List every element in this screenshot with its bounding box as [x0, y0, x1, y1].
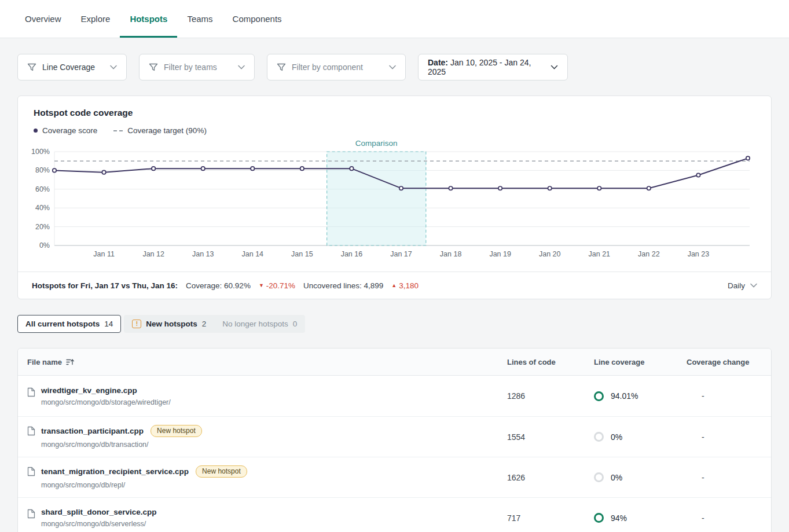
- coverage-change: -: [687, 473, 771, 482]
- legend-coverage-score: Coverage score: [34, 126, 97, 135]
- legend-coverage-target: Coverage target (90%): [113, 126, 207, 135]
- table-row[interactable]: shard_split_donor_service.cpp mongo/src/…: [18, 497, 771, 532]
- table-row[interactable]: transaction_participant.cpp New hotspot …: [18, 416, 771, 457]
- coverage-ring-icon: [594, 472, 604, 482]
- funnel-icon: [277, 63, 286, 72]
- svg-text:Comparison: Comparison: [355, 139, 398, 148]
- coverage-chart-card: Hotspot code coverage Coverage score Cov…: [17, 96, 772, 299]
- svg-text:Jan 16: Jan 16: [341, 250, 363, 258]
- table-row[interactable]: wiredtiger_kv_engine.cpp mongo/src/mongo…: [18, 376, 771, 416]
- series-dot-icon: [34, 129, 38, 133]
- column-coverage-change: Coverage change: [687, 358, 771, 366]
- lines-of-code: 1626: [507, 473, 594, 482]
- chip-all-current-hotspots[interactable]: All current hotspots 14: [17, 315, 121, 333]
- chevron-down-icon: [551, 65, 558, 69]
- svg-text:Jan 15: Jan 15: [291, 250, 313, 258]
- lines-of-code: 1554: [507, 432, 594, 442]
- chip-all-label: All current hotspots: [25, 320, 100, 328]
- teams-filter-dropdown[interactable]: Filter by teams: [139, 54, 255, 80]
- chip-gone-count: 0: [293, 320, 298, 328]
- chip-new-hotspots[interactable]: ! New hotspots 2: [124, 315, 214, 333]
- file-icon: [27, 387, 35, 397]
- file-path: mongo/src/mongo/db/transaction/: [41, 441, 202, 449]
- line-coverage-cell: 94%: [594, 513, 687, 523]
- legend-coverage-score-label: Coverage score: [42, 126, 97, 135]
- coverage-value: 0%: [611, 473, 622, 482]
- chip-all-count: 14: [104, 320, 113, 328]
- svg-text:Jan 21: Jan 21: [589, 250, 611, 258]
- coverage-change: -: [687, 391, 771, 401]
- sort-ascending-icon: [66, 358, 74, 366]
- svg-text:Jan 23: Jan 23: [688, 250, 710, 258]
- chevron-down-icon: [110, 65, 117, 69]
- column-file-name[interactable]: File name: [18, 358, 507, 366]
- hotspot-filter-tabs: All current hotspots 14 ! New hotspots 2…: [17, 315, 772, 333]
- file-cell: transaction_participant.cpp New hotspot …: [18, 425, 507, 449]
- tab-teams[interactable]: Teams: [177, 0, 222, 38]
- coverage-ring-icon: [594, 513, 604, 523]
- chip-new-label: New hotspots: [146, 320, 197, 328]
- file-name[interactable]: transaction_participant.cpp: [41, 427, 144, 435]
- file-cell: tenant_migration_recipient_service.cpp N…: [18, 465, 507, 490]
- top-nav: Overview Explore Hotspots Teams Componen…: [0, 0, 789, 38]
- file-name[interactable]: shard_split_donor_service.cpp: [41, 508, 157, 516]
- component-filter-dropdown[interactable]: Filter by component: [267, 54, 406, 80]
- svg-text:Jan 14: Jan 14: [242, 250, 264, 258]
- file-path: mongo/src/mongo/db/repl/: [41, 481, 247, 489]
- svg-text:80%: 80%: [35, 166, 50, 174]
- new-hotspot-badge: New hotspot: [196, 465, 247, 478]
- chevron-down-icon: [389, 65, 396, 69]
- line-coverage-cell: 0%: [594, 432, 687, 442]
- svg-text:Jan 12: Jan 12: [142, 250, 164, 258]
- coverage-value: 94.01%: [611, 391, 638, 401]
- date-range-dropdown[interactable]: Date:Jan 10, 2025 - Jan 24, 2025: [418, 54, 568, 80]
- file-icon: [27, 426, 35, 436]
- new-hotspot-badge: New hotspot: [151, 425, 202, 438]
- tab-components[interactable]: Components: [223, 0, 292, 38]
- file-name[interactable]: wiredtiger_kv_engine.cpp: [41, 386, 137, 395]
- tab-explore[interactable]: Explore: [71, 0, 120, 38]
- date-prefix: Date:: [428, 58, 448, 67]
- file-path: mongo/src/mongo/db/serverless/: [41, 520, 157, 528]
- coverage-chart: 0%20%40%60%80%100%ComparisonJan 11Jan 12…: [27, 138, 762, 265]
- svg-text:40%: 40%: [35, 204, 50, 212]
- svg-text:Jan 19: Jan 19: [489, 250, 511, 258]
- svg-text:Jan 20: Jan 20: [539, 250, 561, 258]
- metric-filter-dropdown[interactable]: Line Coverage: [17, 54, 127, 80]
- chip-new-count: 2: [202, 320, 207, 328]
- file-cell: wiredtiger_kv_engine.cpp mongo/src/mongo…: [18, 386, 507, 406]
- table-header: File name Lines of code Line coverage Co…: [18, 348, 771, 376]
- teams-filter-label: Filter by teams: [164, 63, 232, 72]
- legend-coverage-target-label: Coverage target (90%): [127, 126, 207, 135]
- svg-text:Jan 11: Jan 11: [93, 250, 115, 258]
- tab-hotspots[interactable]: Hotspots: [120, 0, 177, 38]
- chart-legend: Coverage score Coverage target (90%): [34, 126, 771, 135]
- coverage-change: -: [687, 432, 771, 442]
- granularity-dropdown[interactable]: Daily: [728, 281, 757, 290]
- coverage-ring-icon: [594, 432, 604, 442]
- component-filter-label: Filter by component: [292, 63, 383, 72]
- coverage-ring-icon: [594, 391, 604, 401]
- svg-text:Jan 17: Jan 17: [390, 250, 412, 258]
- tab-overview[interactable]: Overview: [15, 0, 71, 38]
- svg-text:Jan 22: Jan 22: [638, 250, 660, 258]
- summary-coverage-delta: ▼-20.71%: [259, 281, 295, 290]
- dashed-line-icon: [113, 130, 123, 131]
- new-hotspot-alert-icon: !: [132, 320, 141, 328]
- chip-gone-label: No longer hotspots: [222, 320, 288, 328]
- coverage-change: -: [687, 513, 771, 523]
- table-row[interactable]: tenant_migration_recipient_service.cpp N…: [18, 457, 771, 497]
- summary-uncovered: Uncovered lines: 4,899: [303, 281, 383, 290]
- funnel-icon: [149, 63, 158, 72]
- coverage-value: 0%: [611, 432, 622, 442]
- coverage-value: 94%: [611, 513, 627, 523]
- chart-title: Hotspot code coverage: [18, 108, 771, 118]
- chevron-down-icon: [750, 283, 757, 288]
- chip-group: ! New hotspots 2 No longer hotspots 0: [124, 315, 305, 333]
- date-range-label: Date:Jan 10, 2025 - Jan 24, 2025: [428, 58, 545, 76]
- file-name[interactable]: tenant_migration_recipient_service.cpp: [41, 467, 189, 476]
- file-cell: shard_split_donor_service.cpp mongo/src/…: [18, 508, 507, 528]
- file-path: mongo/src/mongo/db/storage/wiredtiger/: [41, 398, 171, 406]
- summary-label: Hotspots for Fri, Jan 17 vs Thu, Jan 16:: [32, 281, 178, 290]
- chip-no-longer-hotspots[interactable]: No longer hotspots 0: [214, 315, 305, 333]
